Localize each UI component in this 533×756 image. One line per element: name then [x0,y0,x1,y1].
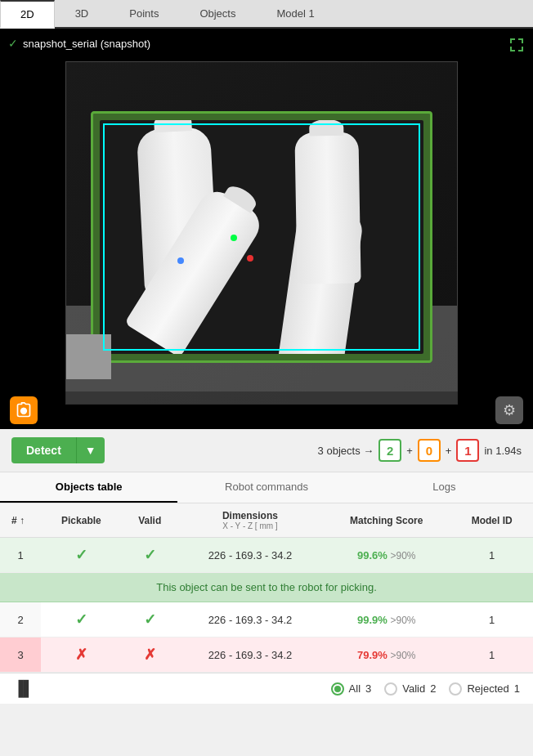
count-orange-badge: 0 [418,439,441,462]
filter-valid-label: Valid [402,682,425,695]
cell-pickable: ✓ [41,538,122,573]
cell-model-id: 1 [450,538,533,573]
tab-objects[interactable]: Objects [179,0,256,27]
radio-all[interactable] [331,682,344,696]
tab-points[interactable]: Points [109,0,179,27]
cell-score: 99.9% >90% [322,602,450,637]
svg-rect-7 [522,47,523,51]
count-red-badge: 1 [456,439,479,462]
cell-valid: ✓ [122,538,178,573]
pickable-check-icon: ✓ [75,547,87,563]
sort-icon[interactable]: ↑ [20,515,25,526]
filter-valid[interactable]: Valid 2 [384,682,436,696]
cell-dimensions: 226 - 169.3 - 34.2 [178,637,322,673]
time-label: in 1.94s [484,445,522,457]
count-valid-badge: 2 [378,439,401,462]
score-threshold: >90% [390,650,415,661]
filter-all[interactable]: All 3 [331,682,372,696]
detect-bar: Detect ▼ 3 objects → 2 + 0 + 1 in 1.94s [0,429,533,472]
filter-all-label: All [349,682,361,695]
cell-pickable: ✓ [41,602,122,637]
score-value: 99.6% [357,549,387,561]
pickable-cross-icon: ✗ [75,646,87,663]
section-tabs: Objects table Robot commands Logs [0,472,533,503]
image-toolbar: ⚙ [0,391,533,429]
radio-rejected[interactable] [449,682,462,696]
filter-rejected[interactable]: Rejected 1 [449,682,520,696]
cell-model-id: 1 [450,637,533,673]
bars-icon[interactable]: ▐▌ [13,680,34,697]
tab-2d[interactable]: 2D [0,0,55,29]
score-threshold: >90% [390,615,415,626]
detect-button-group: Detect ▼ [11,437,105,463]
result-prefix: 3 objects → [318,445,374,457]
cell-score: 99.6% >90% [322,538,450,573]
radio-valid[interactable] [384,682,397,696]
status-bar: ▐▌ All 3 Valid 2 Rejected 1 [0,673,533,704]
detect-dropdown-button[interactable]: ▼ [76,437,105,463]
cell-model-id: 1 [450,602,533,637]
image-area: ✓ snapshot_serial (snapshot) [0,29,533,429]
plus-1: + [406,445,413,457]
image-label: ✓ snapshot_serial (snapshot) [8,37,150,50]
detect-results: 3 objects → 2 + 0 + 1 in 1.94s [318,439,522,462]
plus-2: + [446,445,452,457]
cell-dimensions: 226 - 169.3 - 34.2 [178,602,322,637]
tab-model1[interactable]: Model 1 [256,0,334,27]
hint-text: This object can be sent to the robot for… [0,573,533,602]
cell-index: 1 [0,538,41,573]
table-row[interactable]: 2 ✓ ✓ 226 - 169.3 - 34.2 99.9% >90% 1 [0,602,533,637]
tab-3d[interactable]: 3D [55,0,110,27]
score-value: 99.9% [357,614,387,626]
tab-objects-table[interactable]: Objects table [0,472,177,503]
expand-icon[interactable] [508,37,525,57]
tab-robot-commands[interactable]: Robot commands [177,472,355,503]
camera-button[interactable] [10,396,38,424]
score-value: 79.9% [357,649,387,661]
filter-all-count: 3 [365,682,371,695]
valid-check-icon: ✓ [144,547,156,563]
cell-score: 79.9% >90% [322,637,450,673]
objects-table: # ↑ Pickable Valid Dimensions X - Y - Z … [0,503,533,673]
col-header-pickable: Pickable [41,503,122,538]
cell-valid: ✓ [122,602,178,637]
filter-rejected-label: Rejected [467,682,508,695]
filter-rejected-count: 1 [514,682,520,695]
settings-button[interactable]: ⚙ [495,396,523,424]
table-row[interactable]: 1 ✓ ✓ 226 - 169.3 - 34.2 99.6% >90% 1 [0,538,533,573]
col-header-valid: Valid [122,503,178,538]
col-header-matching-score: Matching Score [322,503,450,538]
col-header-dimensions: Dimensions X - Y - Z [ mm ] [178,503,322,538]
detect-button[interactable]: Detect [11,437,76,463]
valid-check-icon: ✓ [144,611,156,628]
pickable-check-icon: ✓ [75,611,87,628]
svg-rect-1 [510,38,512,43]
main-tab-bar: 2D 3D Points Objects Model 1 [0,0,533,29]
svg-rect-5 [510,47,512,51]
col-header-model-id: Model ID [450,503,533,538]
valid-cross-icon: ✗ [144,646,156,663]
cell-index: 2 [0,602,41,637]
hint-row: This object can be sent to the robot for… [0,573,533,603]
svg-rect-3 [522,38,523,43]
cell-dimensions: 226 - 169.3 - 34.2 [178,538,322,573]
tab-logs[interactable]: Logs [356,472,533,503]
score-threshold: >90% [390,550,415,561]
cell-pickable: ✗ [41,637,122,673]
col-header-index: # ↑ [0,503,41,538]
cell-valid: ✗ [122,637,178,673]
filter-valid-count: 2 [430,682,436,695]
snapshot-label: snapshot_serial (snapshot) [23,38,150,50]
cell-index: 3 [0,637,41,673]
status-bar-left: ▐▌ [13,680,34,697]
check-icon: ✓ [8,37,18,50]
table-row[interactable]: 3 ✗ ✗ 226 - 169.3 - 34.2 79.9% >90% 1 [0,637,533,673]
